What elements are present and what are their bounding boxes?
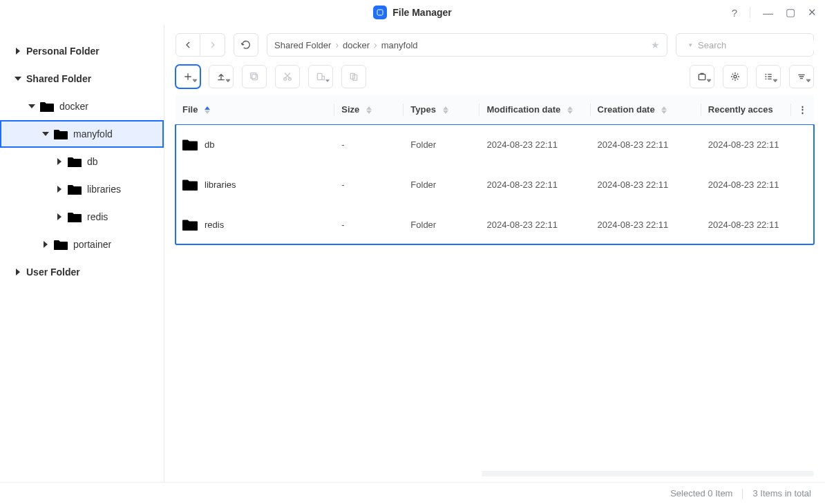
status-selected: Selected 0 Item [670,488,732,498]
cell-mod: 2024-08-23 22:11 [480,204,590,244]
caret-down-icon[interactable] [12,75,23,82]
cell-type: Folder [404,124,480,164]
column-menu-button[interactable]: ⋮ [791,95,814,124]
col-creation[interactable]: Creation date [591,95,701,124]
favorite-star-icon[interactable]: ★ [651,39,660,50]
table-row[interactable]: db - Folder 2024-08-23 22:11 2024-08-23 … [176,124,814,164]
tree-label: portainer [73,239,111,250]
duplicate-button[interactable] [341,65,366,88]
tree-manyfold[interactable]: manyfold [0,120,164,148]
dropdown-caret-icon [226,74,230,85]
dropdown-caret-icon [707,74,711,85]
folder-icon [68,211,82,223]
breadcrumb[interactable]: Shared Folder › docker › manyfold ★ [267,33,667,57]
cell-size: - [334,204,404,244]
close-button[interactable]: ✕ [808,6,817,19]
col-types[interactable]: Types [404,95,480,124]
sort-icon [366,106,372,114]
search-input[interactable] [698,40,814,50]
tree-label: redis [87,211,108,222]
breadcrumb-item[interactable]: docker [343,40,370,50]
svg-rect-6 [317,73,322,79]
cell-created: 2024-08-23 22:11 [591,124,701,164]
caret-right-icon[interactable] [12,269,23,275]
tree-user-folder[interactable]: User Folder [0,258,164,286]
caret-down-icon[interactable] [26,103,37,110]
maximize-button[interactable]: ▢ [786,6,795,19]
tree-portainer[interactable]: portainer [0,231,164,258]
view-mode-button[interactable] [756,65,781,88]
app-title: File Manager [392,7,452,18]
refresh-button[interactable] [234,33,258,57]
svg-point-10 [734,75,737,78]
archive-button[interactable] [690,65,714,88]
tree-docker[interactable]: docker [0,93,164,120]
svg-rect-9 [699,75,705,80]
col-accessed[interactable]: Recently acces [701,95,791,124]
dropdown-caret-icon [325,74,330,85]
action-toolbar [164,65,825,95]
paste-button[interactable] [308,65,333,88]
caret-down-icon[interactable] [40,130,51,137]
cell-type: Folder [404,204,480,244]
col-label: File [182,104,198,115]
minimize-button[interactable]: — [763,7,773,19]
breadcrumb-item[interactable]: manyfold [381,40,418,50]
svg-rect-3 [251,73,256,79]
col-size[interactable]: Size [334,95,404,124]
tree-libraries[interactable]: libraries [0,175,164,203]
tree-shared-folder[interactable]: Shared Folder [0,65,164,93]
help-button[interactable]: ? [732,7,737,19]
cell-accessed: 2024-08-23 22:11 [701,204,814,244]
caret-right-icon[interactable] [54,213,65,220]
chevron-right-icon: › [374,39,377,50]
search-dropdown-icon[interactable]: ▾ [689,41,692,48]
search-box[interactable]: ▾ [676,33,814,57]
col-label: Size [341,104,359,115]
dropdown-caret-icon [773,74,777,85]
folder-icon [54,128,68,140]
tree-personal-folder[interactable]: Personal Folder [0,37,164,65]
content-pane: Shared Folder › docker › manyfold ★ ▾ [164,25,825,482]
statusbar: Selected 0 Item 3 Items in total [0,482,825,504]
tree-label: db [87,156,98,167]
col-modification[interactable]: Modification date [480,95,590,124]
col-file[interactable]: File [176,95,334,124]
file-name: libraries [205,180,236,190]
dropdown-caret-icon [806,74,810,85]
caret-right-icon[interactable] [40,241,51,248]
upload-button[interactable] [209,65,234,88]
settings-button[interactable] [723,65,748,88]
sort-button[interactable] [789,65,814,88]
folder-icon [54,238,68,251]
copy-button[interactable] [242,65,267,88]
col-label: Recently acces [708,104,773,115]
caret-right-icon[interactable] [54,186,65,193]
caret-right-icon[interactable] [12,48,23,55]
tree-label: libraries [87,184,121,195]
cell-mod: 2024-08-23 22:11 [480,124,590,164]
breadcrumb-item[interactable]: Shared Folder [274,40,331,50]
cell-accessed: 2024-08-23 22:11 [701,164,814,204]
file-name: redis [205,220,224,230]
table-row[interactable]: redis - Folder 2024-08-23 22:11 2024-08-… [176,204,814,244]
caret-right-icon[interactable] [54,158,65,165]
cell-mod: 2024-08-23 22:11 [480,164,590,204]
tree-db[interactable]: db [0,148,164,175]
titlebar: File Manager ? — ▢ ✕ [0,0,825,25]
sort-icon [443,106,448,114]
nav-back-button[interactable] [176,33,200,57]
new-button[interactable] [176,65,200,88]
app-icon [373,6,387,19]
nav-forward-button[interactable] [200,33,225,57]
sidebar: Personal Folder Shared Folder docker man… [0,25,164,482]
horizontal-scrollbar[interactable] [176,471,814,476]
table-row[interactable]: libraries - Folder 2024-08-23 22:11 2024… [176,164,814,204]
col-label: Creation date [598,104,655,115]
file-table: File Size Types Modification date [176,95,814,244]
cell-created: 2024-08-23 22:11 [591,164,701,204]
tree-redis[interactable]: redis [0,203,164,231]
folder-icon [182,217,198,231]
cut-button[interactable] [275,65,300,88]
scrollbar-thumb[interactable] [176,471,482,476]
